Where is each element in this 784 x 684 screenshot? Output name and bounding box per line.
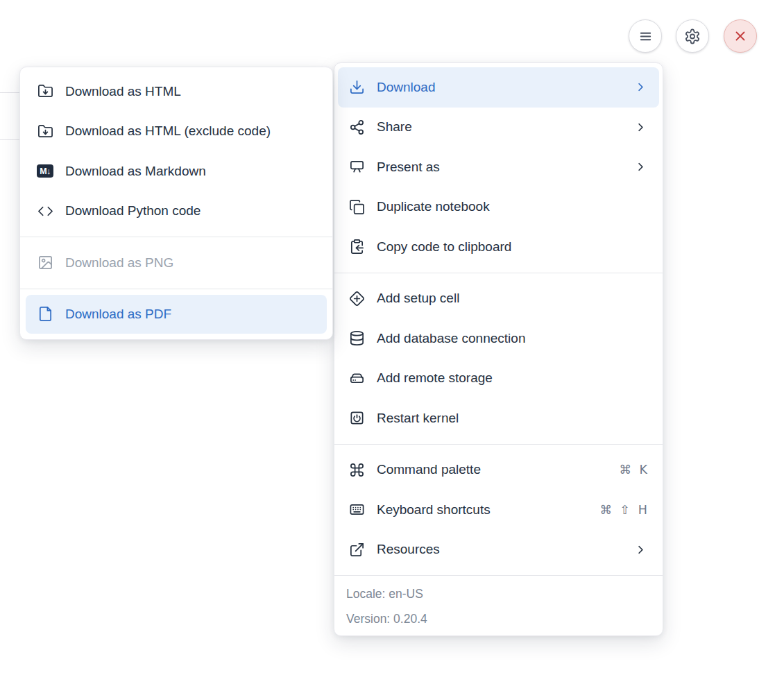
chevron-right-icon bbox=[634, 121, 647, 134]
menu-item-label: Add database connection bbox=[377, 331, 525, 346]
menu-item-resources[interactable]: Resources bbox=[334, 530, 663, 570]
close-icon bbox=[732, 28, 749, 44]
command-icon bbox=[348, 461, 365, 478]
menu-item-label: Download as Markdown bbox=[65, 164, 206, 179]
menu-item-add-database-connection[interactable]: Add database connection bbox=[334, 318, 663, 359]
diamond-plus-icon bbox=[348, 290, 365, 307]
settings-button[interactable] bbox=[676, 19, 709, 53]
menu-item-label: Add setup cell bbox=[377, 291, 459, 306]
folder-down-icon bbox=[37, 83, 53, 100]
markdown-icon: M↓ bbox=[37, 163, 53, 180]
database-icon bbox=[348, 330, 365, 347]
share-icon bbox=[348, 119, 365, 135]
menu-item-label: Download as HTML bbox=[65, 84, 181, 99]
menu-item-label: Command palette bbox=[377, 462, 481, 477]
file-icon bbox=[37, 306, 53, 323]
menu-item-command-palette[interactable]: Command palette ⌘ K bbox=[334, 450, 663, 490]
markdown-badge: M↓ bbox=[37, 164, 53, 178]
shortcut-hint: ⌘ K bbox=[619, 463, 647, 477]
menu-item-label: Download bbox=[377, 80, 436, 95]
shortcut-hint: ⌘ ⇧ H bbox=[600, 503, 647, 517]
menu-item-label: Download as HTML (exclude code) bbox=[65, 123, 271, 139]
menu-item-present-as[interactable]: Present as bbox=[334, 147, 663, 187]
menu-item-label: Share bbox=[377, 119, 412, 135]
duplicate-icon bbox=[348, 198, 365, 215]
menu-separator bbox=[20, 237, 332, 237]
menu-item-keyboard-shortcuts[interactable]: Keyboard shortcuts ⌘ ⇧ H bbox=[334, 490, 663, 530]
locale-text: Locale: en-US bbox=[346, 581, 663, 606]
menu-separator bbox=[334, 273, 663, 273]
chevron-right-icon bbox=[634, 160, 647, 173]
keyboard-icon bbox=[348, 502, 365, 518]
menu-item-add-setup-cell[interactable]: Add setup cell bbox=[334, 279, 663, 319]
folder-down-icon bbox=[37, 123, 53, 139]
menu-item-label: Download as PNG bbox=[65, 255, 173, 271]
menu-item-label: Download as PDF bbox=[65, 307, 171, 322]
submenu-item-download-as-html-exclude-code[interactable]: Download as HTML (exclude code) bbox=[20, 112, 332, 152]
code-icon bbox=[37, 203, 53, 219]
menu-item-label: Duplicate notebook bbox=[377, 199, 490, 214]
menu-item-copy-code[interactable]: Copy code to clipboard bbox=[334, 227, 663, 267]
submenu-item-download-as-png[interactable]: Download as PNG bbox=[20, 243, 332, 283]
menu-item-label: Restart kernel bbox=[377, 411, 459, 426]
background-edge-line bbox=[0, 92, 20, 93]
menu-item-duplicate-notebook[interactable]: Duplicate notebook bbox=[334, 187, 663, 228]
menu-item-label: Keyboard shortcuts bbox=[377, 502, 491, 518]
download-icon bbox=[348, 79, 365, 96]
submenu-item-download-as-pdf[interactable]: Download as PDF bbox=[26, 295, 327, 334]
menu-item-label: Resources bbox=[377, 542, 440, 557]
hamburger-icon bbox=[637, 28, 654, 44]
shutdown-button[interactable] bbox=[724, 19, 757, 53]
background-edge-line bbox=[0, 139, 20, 140]
menu-item-label: Present as bbox=[377, 160, 440, 175]
menu-item-label: Download Python code bbox=[65, 203, 201, 219]
menu-item-label: Add remote storage bbox=[377, 370, 493, 386]
notebook-menu-button[interactable] bbox=[629, 19, 662, 53]
power-square-icon bbox=[348, 410, 365, 427]
menu-separator bbox=[20, 289, 332, 289]
download-submenu: Download as HTML Download as HTML (exclu… bbox=[19, 67, 333, 340]
notebook-actions-menu: Download Share Present as bbox=[334, 62, 663, 636]
menu-item-restart-kernel[interactable]: Restart kernel bbox=[334, 398, 663, 438]
menu-item-label: Copy code to clipboard bbox=[377, 239, 511, 255]
menu-separator bbox=[334, 444, 663, 445]
clipboard-copy-icon bbox=[348, 239, 365, 255]
storage-drive-icon bbox=[348, 370, 365, 386]
submenu-item-download-as-html[interactable]: Download as HTML bbox=[20, 71, 332, 112]
menu-footer: Locale: en-US Version: 0.20.4 bbox=[334, 575, 663, 635]
chevron-right-icon bbox=[634, 543, 647, 556]
image-icon bbox=[37, 255, 53, 271]
gear-icon bbox=[684, 28, 701, 44]
menu-item-download[interactable]: Download bbox=[338, 67, 659, 108]
version-text: Version: 0.20.4 bbox=[346, 606, 663, 631]
chevron-right-icon bbox=[634, 80, 647, 94]
presentation-icon bbox=[348, 159, 365, 176]
notebook-page: Download Share Present as bbox=[0, 0, 784, 684]
menu-item-add-remote-storage[interactable]: Add remote storage bbox=[334, 359, 663, 399]
submenu-item-download-python-code[interactable]: Download Python code bbox=[20, 191, 332, 232]
external-link-icon bbox=[348, 541, 365, 558]
submenu-item-download-as-markdown[interactable]: M↓ Download as Markdown bbox=[20, 151, 332, 191]
menu-item-share[interactable]: Share bbox=[334, 108, 663, 148]
